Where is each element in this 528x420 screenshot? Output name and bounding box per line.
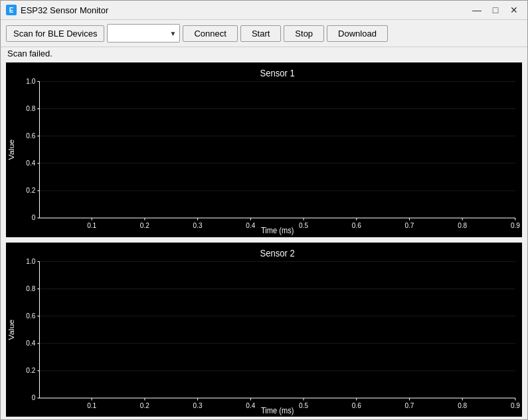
main-window: E ESP32 Sensor Monitor — □ ✕ Scan for BL… [0,0,528,420]
stop-button[interactable]: Stop [284,25,324,42]
svg-text:0.8: 0.8 [26,284,35,292]
toolbar: Scan for BLE Devices ▼ Connect Start Sto… [1,20,527,47]
svg-text:0.4: 0.4 [246,401,255,409]
svg-text:0.2: 0.2 [140,221,149,229]
svg-text:0.5: 0.5 [299,401,308,409]
svg-text:0.7: 0.7 [404,221,414,229]
svg-text:0.2: 0.2 [140,401,149,409]
svg-text:0.4: 0.4 [26,338,35,347]
svg-text:0.1: 0.1 [87,401,96,409]
svg-text:0.2: 0.2 [26,186,35,195]
svg-rect-0 [6,62,522,237]
svg-text:0.4: 0.4 [246,221,255,229]
svg-text:0: 0 [32,213,36,222]
svg-text:Time (ms): Time (ms) [261,225,294,235]
start-button[interactable]: Start [240,25,281,42]
title-bar: E ESP32 Sensor Monitor — □ ✕ [1,1,527,20]
svg-text:0.1: 0.1 [87,221,96,229]
svg-text:0: 0 [32,393,36,401]
svg-text:0.3: 0.3 [193,401,203,409]
svg-text:0.9: 0.9 [511,221,520,229]
device-dropdown-wrapper: ▼ [107,24,180,43]
scan-button[interactable]: Scan for BLE Devices [6,25,104,42]
svg-rect-41 [6,243,522,417]
svg-text:0.8: 0.8 [26,104,35,112]
svg-text:0.6: 0.6 [26,132,35,140]
charts-container: Sensor 1 Value Time (ms) 0 0.2 0.4 0.6 [1,60,527,419]
svg-text:0.2: 0.2 [26,366,35,374]
svg-text:0.6: 0.6 [26,311,35,320]
svg-text:0.5: 0.5 [299,221,308,229]
app-icon: E [6,5,17,15]
sensor1-chart: Sensor 1 Value Time (ms) 0 0.2 0.4 0.6 [6,62,522,237]
app-icon-label: E [9,7,14,14]
maximize-button[interactable]: □ [487,3,503,17]
device-dropdown[interactable] [107,24,180,43]
svg-text:0.4: 0.4 [26,159,35,167]
sensor2-chart: Sensor 2 Value Time (ms) 0 0.2 0.4 0.6 0… [6,243,522,417]
svg-text:Value: Value [7,139,16,160]
svg-text:0.8: 0.8 [458,221,467,229]
svg-text:1.0: 1.0 [26,257,35,265]
window-title: ESP32 Sensor Monitor [21,5,469,15]
minimize-button[interactable]: — [469,3,485,17]
window-controls: — □ ✕ [469,3,522,17]
connect-button[interactable]: Connect [183,25,237,42]
svg-text:1.0: 1.0 [26,76,35,85]
svg-text:0.3: 0.3 [193,221,203,229]
svg-text:0.8: 0.8 [458,401,467,409]
status-message: Scan failed. [7,49,52,58]
svg-text:0.7: 0.7 [404,401,414,409]
download-button[interactable]: Download [327,25,388,42]
svg-text:0.9: 0.9 [511,401,520,409]
svg-text:Value: Value [7,319,16,340]
svg-text:0.6: 0.6 [352,221,361,229]
svg-text:0.6: 0.6 [352,401,361,409]
svg-text:Sensor 1: Sensor 1 [260,67,295,78]
close-button[interactable]: ✕ [506,3,522,17]
svg-text:Sensor 2: Sensor 2 [260,247,295,258]
svg-text:Time (ms): Time (ms) [261,405,294,415]
status-bar: Scan failed. [1,47,527,60]
